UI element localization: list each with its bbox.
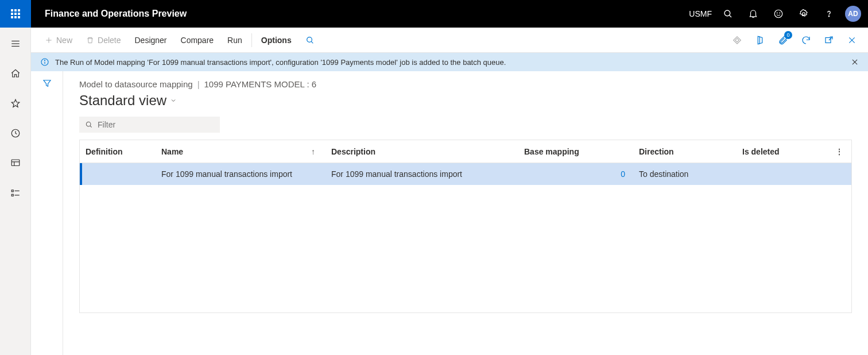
plus-icon — [45, 36, 53, 44]
view-title-text: Standard view — [79, 92, 166, 109]
nav-recent[interactable] — [4, 124, 27, 142]
smiley-icon — [773, 9, 784, 19]
filter-pane-button[interactable] — [42, 78, 52, 355]
notifications-button[interactable] — [742, 0, 765, 28]
col-base[interactable]: Base mapping — [518, 147, 633, 156]
clock-icon — [10, 128, 21, 138]
data-grid: Definition Name ↑ Description Base mappi… — [79, 140, 852, 313]
chevron-down-icon — [170, 97, 177, 104]
office-button[interactable] — [751, 31, 769, 49]
attachments-button[interactable]: 0 — [774, 31, 792, 49]
banner-close-button[interactable] — [851, 58, 859, 66]
designer-button[interactable]: Designer — [127, 32, 173, 48]
hamburger-icon — [10, 38, 21, 49]
modules-icon — [10, 188, 21, 198]
action-search-button[interactable] — [299, 32, 321, 48]
refresh-button[interactable] — [797, 31, 815, 49]
close-button[interactable] — [843, 31, 861, 49]
filter-rail — [31, 71, 63, 355]
delete-button[interactable]: Delete — [79, 32, 127, 48]
help-button[interactable] — [817, 0, 840, 28]
feedback-button[interactable] — [767, 0, 790, 28]
options-button[interactable]: Options — [254, 32, 299, 48]
info-icon — [40, 57, 49, 67]
search-icon — [723, 9, 733, 19]
svg-point-3 — [777, 13, 777, 13]
cell-base: 0 — [518, 169, 633, 179]
popout-icon — [824, 35, 834, 45]
col-definition[interactable]: Definition — [80, 147, 156, 156]
new-label: New — [56, 36, 72, 45]
col-direction[interactable]: Direction — [633, 147, 737, 156]
refresh-icon — [801, 35, 811, 45]
sort-asc-icon: ↑ — [311, 147, 320, 156]
info-banner: The Run of Model mapping 'For 1099 manua… — [31, 53, 868, 71]
company-label[interactable]: USMF — [689, 9, 712, 18]
app-launcher[interactable] — [0, 0, 31, 28]
svg-rect-15 — [11, 190, 13, 192]
page-content: Model to datasource mapping | 1099 PAYME… — [63, 71, 868, 355]
grid-more-button[interactable]: ⋮ — [833, 147, 851, 156]
attachments-count: 0 — [784, 31, 792, 39]
nav-workspaces[interactable] — [4, 154, 27, 172]
top-header: Finance and Operations Preview USMF AD — [0, 0, 868, 28]
svg-rect-12 — [11, 160, 20, 166]
filter-input-wrapper[interactable] — [79, 117, 220, 133]
svg-line-34 — [90, 126, 92, 128]
col-name[interactable]: Name ↑ — [156, 147, 326, 156]
office-icon — [755, 35, 765, 45]
svg-rect-24 — [735, 38, 739, 41]
trash-icon — [86, 36, 94, 44]
col-description[interactable]: Description — [326, 147, 518, 156]
svg-point-33 — [86, 122, 91, 126]
svg-point-5 — [803, 13, 805, 16]
breadcrumb-separator: | — [197, 79, 200, 89]
col-deleted[interactable]: Is deleted — [737, 147, 823, 156]
diamond-icon — [732, 35, 742, 45]
cell-name: For 1099 manual transactions import — [156, 169, 326, 179]
workspace-icon — [10, 158, 21, 168]
svg-point-30 — [44, 60, 45, 60]
nav-favorites[interactable] — [4, 94, 27, 113]
svg-rect-23 — [734, 36, 741, 44]
help-icon — [824, 9, 834, 19]
new-button[interactable]: New — [38, 32, 79, 48]
avatar[interactable]: AD — [845, 6, 861, 22]
delete-label: Delete — [98, 36, 121, 45]
bell-icon — [748, 9, 758, 19]
svg-rect-16 — [11, 194, 13, 196]
run-button[interactable]: Run — [220, 32, 249, 48]
waffle-icon — [11, 9, 20, 18]
cell-direction: To destination — [633, 169, 737, 179]
grid-header: Definition Name ↑ Description Base mappi… — [80, 140, 851, 163]
star-icon — [10, 98, 21, 109]
view-selector[interactable]: Standard view — [79, 92, 852, 109]
filter-input[interactable] — [98, 120, 214, 129]
nav-modules[interactable] — [4, 184, 27, 202]
app-title: Finance and Operations Preview — [31, 9, 200, 19]
left-nav-rail — [0, 28, 31, 355]
search-icon — [85, 121, 93, 129]
nav-expand-button[interactable] — [4, 34, 27, 53]
grid-body: For 1099 manual transactions import For … — [80, 163, 851, 312]
svg-line-1 — [729, 15, 731, 17]
cell-description: For 1099 manual transactions import — [326, 169, 518, 179]
breadcrumb: Model to datasource mapping | 1099 PAYME… — [79, 79, 852, 89]
info-message: The Run of Model mapping 'For 1099 manua… — [55, 58, 506, 67]
svg-point-0 — [724, 10, 730, 16]
breadcrumb-current: 1099 PAYMENTS MODEL : 6 — [204, 79, 317, 89]
svg-rect-25 — [826, 37, 831, 43]
table-row[interactable]: For 1099 manual transactions import For … — [80, 163, 851, 185]
svg-point-6 — [828, 16, 829, 17]
related-info-button[interactable] — [728, 31, 746, 49]
nav-home[interactable] — [4, 64, 27, 83]
svg-point-21 — [307, 37, 312, 42]
breadcrumb-root[interactable]: Model to datasource mapping — [79, 79, 193, 89]
settings-button[interactable] — [792, 0, 815, 28]
action-bar: New Delete Designer Compare Run Options — [31, 28, 868, 53]
close-icon — [847, 36, 857, 45]
compare-button[interactable]: Compare — [174, 32, 221, 48]
search-button[interactable] — [716, 0, 739, 28]
svg-point-4 — [780, 13, 780, 13]
popout-button[interactable] — [820, 31, 838, 49]
